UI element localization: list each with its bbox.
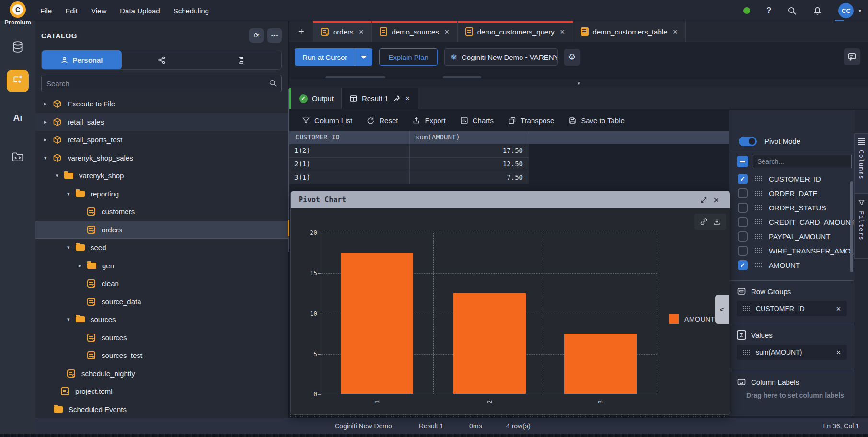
remove-icon[interactable]: ✕ bbox=[836, 305, 841, 312]
column-header[interactable]: CUSTOMER_ID bbox=[289, 131, 410, 144]
explain-plan-button[interactable]: Explain Plan bbox=[379, 48, 437, 66]
caret-right-icon[interactable]: ▸ bbox=[44, 101, 53, 107]
menu-file[interactable]: File bbox=[40, 7, 52, 15]
close-icon[interactable]: ✕ bbox=[672, 28, 678, 35]
checkbox[interactable] bbox=[738, 231, 748, 242]
column-item[interactable]: ORDER_DATE bbox=[729, 186, 854, 200]
reset-button[interactable]: Reset bbox=[367, 116, 398, 125]
tree-item-schedule-nightly[interactable]: schedule_nightly bbox=[35, 365, 288, 383]
tab-history[interactable] bbox=[201, 50, 281, 69]
editor-results-splitter[interactable]: ▾ bbox=[289, 79, 868, 88]
columns-scrollbar-thumb[interactable] bbox=[850, 181, 853, 272]
checkbox[interactable]: ✓ bbox=[738, 174, 748, 184]
more-options-button[interactable]: ••• bbox=[267, 28, 282, 43]
column-item[interactable]: ORDER_STATUS bbox=[729, 200, 854, 215]
row-group-pill[interactable]: CUSTOMER_ID ✕ bbox=[737, 301, 847, 316]
download-chart-icon[interactable] bbox=[713, 218, 721, 226]
rail-connections-database-icon[interactable] bbox=[0, 34, 35, 60]
menu-edit[interactable]: Edit bbox=[65, 7, 78, 15]
pin-icon[interactable] bbox=[393, 94, 401, 103]
tree-item-clean[interactable]: clean bbox=[35, 275, 288, 293]
tree-item-retail-sports-test[interactable]: ▸ retail_sports_test bbox=[35, 131, 288, 149]
table-row[interactable]: 1(2) 17.50 bbox=[289, 144, 529, 158]
close-icon[interactable]: ✕ bbox=[405, 95, 410, 102]
caret-down-icon[interactable]: ▾ bbox=[578, 80, 580, 87]
run-at-cursor-button[interactable]: Run at Cursor bbox=[295, 48, 355, 66]
menu-data-upload[interactable]: Data Upload bbox=[120, 7, 160, 15]
tree-item-sources-folder[interactable]: ▾ sources bbox=[35, 310, 288, 329]
notifications-bell-icon[interactable] bbox=[813, 6, 822, 15]
drag-handle-icon[interactable] bbox=[754, 176, 762, 182]
caret-down-icon[interactable]: ▾ bbox=[56, 172, 64, 179]
select-all-columns-checkbox[interactable] bbox=[737, 156, 748, 167]
pivot-mode-toggle[interactable] bbox=[739, 137, 757, 146]
tree-item-scheduled-events[interactable]: Scheduled Events bbox=[35, 401, 288, 419]
checkbox[interactable] bbox=[738, 217, 748, 227]
checkbox[interactable]: ✓ bbox=[738, 260, 748, 270]
menu-scheduling[interactable]: Scheduling bbox=[174, 7, 209, 15]
column-item[interactable]: PAYPAL_AMOUNT bbox=[729, 229, 854, 243]
tab-result-1[interactable]: Result 1 ✕ bbox=[342, 88, 418, 109]
close-icon[interactable] bbox=[710, 196, 722, 204]
column-item[interactable]: WIRE_TRANSFER_AMOUNT bbox=[729, 243, 854, 258]
account-menu[interactable]: CC ▾ bbox=[838, 3, 861, 18]
tree-item-reporting[interactable]: ▾ reporting bbox=[35, 185, 288, 203]
drag-handle-icon[interactable] bbox=[754, 190, 762, 196]
drag-handle-icon[interactable] bbox=[754, 233, 762, 239]
tree-item-source-data[interactable]: source_data bbox=[35, 293, 288, 311]
drag-handle-icon[interactable] bbox=[754, 248, 762, 253]
connection-settings-button[interactable]: ⚙ bbox=[564, 49, 580, 66]
drag-handle-icon[interactable] bbox=[742, 306, 750, 311]
tab-orders[interactable]: orders ✕ bbox=[313, 21, 372, 42]
transpose-button[interactable]: Transpose bbox=[508, 116, 554, 125]
rail-catalog-icon[interactable] bbox=[7, 70, 29, 92]
caret-down-icon[interactable]: ▾ bbox=[67, 244, 76, 251]
rail-ai-assistant[interactable]: Ai bbox=[0, 104, 35, 131]
run-options-dropdown[interactable] bbox=[355, 48, 372, 66]
caret-right-icon[interactable]: ▸ bbox=[79, 263, 87, 269]
comments-button[interactable] bbox=[844, 48, 860, 65]
tree-item-sources-test[interactable]: sources_test bbox=[35, 346, 288, 365]
pivot-chart-titlebar[interactable]: Pivot Chart bbox=[291, 191, 730, 208]
checkbox[interactable] bbox=[738, 246, 748, 256]
chart-legend[interactable]: AMOUNT bbox=[669, 314, 715, 324]
export-button[interactable]: Export bbox=[412, 116, 445, 125]
tab-output[interactable]: ✓ Output bbox=[289, 88, 342, 109]
column-item[interactable]: ✓ AMOUNT bbox=[729, 258, 854, 272]
close-icon[interactable]: ✕ bbox=[560, 28, 565, 35]
drag-handle-icon[interactable] bbox=[754, 219, 762, 225]
caret-down-icon[interactable]: ▾ bbox=[67, 191, 76, 197]
column-header[interactable]: sum(AMOUNT) bbox=[410, 131, 529, 144]
remove-icon[interactable]: ✕ bbox=[836, 349, 841, 356]
drag-handle-icon[interactable] bbox=[754, 205, 762, 210]
drag-handle-icon[interactable] bbox=[754, 262, 762, 268]
caret-down-icon[interactable]: ▾ bbox=[44, 155, 53, 161]
drag-handle-icon[interactable] bbox=[742, 349, 750, 355]
tree-item-project-toml[interactable]: project.toml bbox=[35, 382, 288, 401]
tree-item-sources-file[interactable]: sources bbox=[35, 329, 288, 347]
menu-view[interactable]: View bbox=[91, 7, 106, 15]
column-list-button[interactable]: Column List bbox=[302, 116, 352, 125]
table-row[interactable]: 2(1) 12.50 bbox=[289, 158, 529, 171]
tab-personal[interactable]: Personal bbox=[42, 50, 122, 69]
refresh-button[interactable]: ⟳ bbox=[249, 28, 264, 43]
tree-item-varenyk-shop-sales[interactable]: ▾ varenyk_shop_sales bbox=[35, 149, 288, 167]
side-tab-filters[interactable]: Filters bbox=[854, 194, 868, 259]
tab-shared[interactable] bbox=[122, 50, 202, 69]
save-to-table-button[interactable]: Save to Table bbox=[568, 116, 625, 125]
tab-demo-sources[interactable]: demo_sources ✕ bbox=[372, 21, 457, 42]
tab-demo-customers-table[interactable]: demo_customers_table ✕ bbox=[573, 21, 686, 42]
side-tab-columns[interactable]: Columns bbox=[854, 133, 868, 194]
connection-selector[interactable]: ❄ Coginiti New Demo • VARENY bbox=[444, 48, 558, 66]
tree-item-seed[interactable]: ▾ seed bbox=[35, 239, 288, 257]
caret-right-icon[interactable]: ▸ bbox=[44, 119, 53, 125]
close-icon[interactable]: ✕ bbox=[359, 28, 364, 35]
tab-demo-customers-query[interactable]: demo_customers_query ✕ bbox=[458, 21, 573, 42]
bar-customer-1[interactable] bbox=[341, 253, 413, 394]
copy-link-icon[interactable] bbox=[700, 218, 708, 226]
collapse-panel-handle[interactable]: < bbox=[715, 295, 729, 324]
tree-item-execute-to-file[interactable]: ▸ Execute to File bbox=[35, 95, 288, 113]
tree-item-retail-sales[interactable]: ▸ retail_sales bbox=[35, 113, 288, 131]
help-icon[interactable]: ? bbox=[766, 6, 771, 15]
tree-item-gen[interactable]: ▸ gen bbox=[35, 257, 288, 275]
